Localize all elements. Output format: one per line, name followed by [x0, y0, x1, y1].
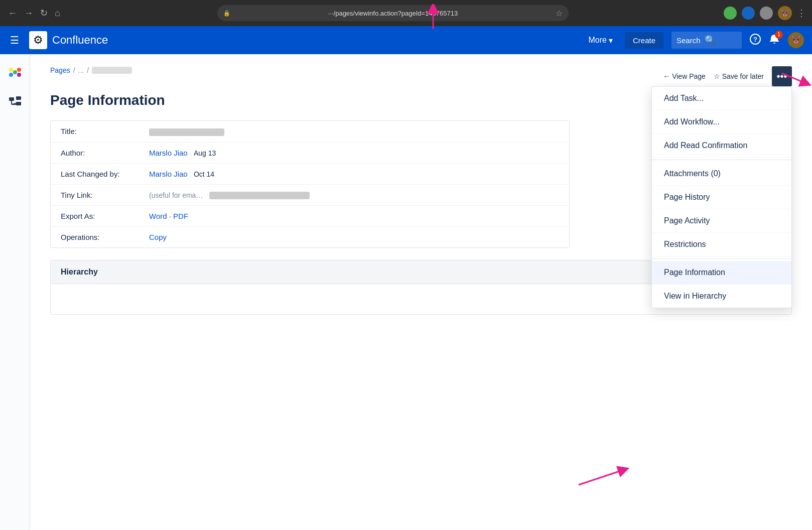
home-button[interactable]: ⌂ — [53, 6, 62, 21]
main-layout: ‖ Pages / ... / Page Information ← View … — [0, 54, 812, 530]
author-date: Aug 13 — [194, 149, 216, 157]
table-row-last-changed: Last Changed by: Marslo Jiao Oct 14 — [51, 164, 569, 185]
svg-line-15 — [579, 470, 624, 485]
export-as-label: Export As: — [61, 212, 141, 220]
dropdown-item-page-activity[interactable]: Page Activity — [652, 209, 791, 233]
svg-point-5 — [9, 73, 13, 77]
dropdown-item-attachments[interactable]: Attachments (0) — [652, 162, 791, 186]
title-label: Title: — [61, 127, 141, 136]
dropdown-item-view-in-hierarchy[interactable]: View in Hierarchy — [652, 285, 791, 308]
svg-point-3 — [13, 70, 17, 74]
dropdown-item-restrictions[interactable]: Restrictions — [652, 233, 791, 256]
forward-button[interactable]: → — [22, 6, 35, 21]
extension-icon-1 — [724, 7, 737, 20]
svg-point-4 — [9, 68, 13, 72]
author-label: Author: — [61, 149, 141, 157]
notifications-icon[interactable]: 1 — [769, 34, 780, 47]
operations-value: Copy — [149, 233, 167, 241]
svg-rect-9 — [16, 96, 21, 100]
hamburger-menu-button[interactable]: ☰ — [8, 32, 21, 48]
browser-right-controls: 🐻 ⋮ — [724, 6, 806, 20]
search-label: Search — [676, 36, 701, 45]
confluence-navbar: ☰ ⚙ Confluence More ▾ Create Search 🔍 ? … — [0, 26, 812, 54]
breadcrumb-sep-1: / — [73, 66, 75, 74]
last-changed-link[interactable]: Marslo Jiao — [149, 170, 188, 178]
table-row-export: Export As: Word · PDF — [51, 206, 569, 227]
extension-icon-3 — [760, 7, 773, 20]
svg-rect-10 — [16, 102, 21, 105]
more-nav-button[interactable]: More ▾ — [585, 33, 617, 48]
browser-chrome: ← → ↻ ⌂ 🔒 ···/pages/viewinfo.action?page… — [0, 0, 812, 26]
export-pdf-link[interactable]: PDF — [173, 212, 188, 220]
sidebar-tree-icon[interactable] — [5, 92, 25, 112]
export-word-link[interactable]: Word — [149, 212, 167, 220]
left-sidebar: ‖ — [0, 54, 30, 530]
more-actions-button[interactable]: ••• — [772, 66, 792, 86]
tiny-link-hint: (useful for ema… — [149, 191, 203, 199]
notification-badge: 1 — [775, 31, 783, 39]
browser-user-avatar[interactable]: 🐻 — [778, 6, 792, 20]
table-row-author: Author: Marslo Jiao Aug 13 — [51, 143, 569, 164]
table-row-operations: Operations: Copy — [51, 227, 569, 247]
tiny-link-label: Tiny Link: — [61, 191, 141, 199]
dropdown-menu: Add Task... Add Workflow... Add Read Con… — [651, 86, 792, 308]
confluence-logo-area[interactable]: ⚙ Confluence — [29, 31, 108, 49]
address-bar[interactable]: 🔒 ···/pages/viewinfo.action?pageId=14376… — [217, 5, 569, 21]
svg-point-6 — [17, 68, 21, 72]
browser-nav-buttons: ← → ↻ ⌂ — [6, 6, 62, 21]
create-button[interactable]: Create — [625, 32, 663, 49]
dropdown-item-add-workflow[interactable]: Add Workflow... — [652, 110, 791, 134]
lock-icon: 🔒 — [223, 10, 230, 17]
breadcrumb-sep-2: / — [87, 66, 89, 74]
last-changed-label: Last Changed by: — [61, 170, 141, 178]
more-nav-label: More — [589, 36, 607, 45]
pink-arrow-page-info — [574, 460, 634, 490]
author-value: Marslo Jiao Aug 13 — [149, 149, 216, 157]
bookmark-star-icon[interactable]: ☆ — [556, 9, 563, 18]
export-separator: · — [169, 212, 173, 220]
dropdown-item-add-task[interactable]: Add Task... — [652, 87, 791, 110]
view-page-button[interactable]: ← View Page — [663, 72, 706, 80]
nav-icons: ? 1 🐻 — [750, 32, 804, 48]
search-area[interactable]: Search 🔍 — [671, 32, 742, 49]
search-icon: 🔍 — [705, 35, 716, 46]
page-actions-bar: ← View Page ☆ Save for later ••• — [663, 66, 792, 86]
breadcrumb-ellipsis: ... — [78, 66, 84, 74]
table-row-tiny-link: Tiny Link: (useful for ema… — [51, 185, 569, 206]
author-link[interactable]: Marslo Jiao — [149, 149, 188, 157]
svg-text:?: ? — [753, 36, 757, 43]
breadcrumb-pages-link[interactable]: Pages — [50, 66, 70, 74]
confluence-title: Confluence — [52, 34, 108, 47]
address-text: ···/pages/viewinfo.action?pageId=1437657… — [234, 10, 552, 17]
user-avatar[interactable]: 🐻 — [788, 32, 804, 48]
last-changed-value: Marslo Jiao Oct 14 — [149, 170, 214, 178]
browser-menu-icon[interactable]: ⋮ — [797, 8, 806, 19]
save-for-later-button[interactable]: ☆ Save for later — [714, 72, 764, 80]
copy-operation-link[interactable]: Copy — [149, 233, 167, 241]
breadcrumb-page-name — [92, 67, 132, 74]
title-blurred — [149, 128, 224, 136]
dropdown-item-add-read-confirmation[interactable]: Add Read Confirmation — [652, 134, 791, 158]
dropdown-divider-1 — [652, 160, 791, 160]
table-row-title: Title: — [51, 121, 569, 143]
reload-button[interactable]: ↻ — [38, 6, 50, 21]
info-table: Title: Author: Marslo Jiao Aug 13 Last C… — [50, 120, 570, 248]
more-nav-chevron-icon: ▾ — [609, 36, 613, 45]
extension-icon-2 — [742, 7, 755, 20]
last-changed-date: Oct 14 — [194, 170, 214, 178]
help-icon[interactable]: ? — [750, 34, 761, 47]
title-value — [149, 127, 224, 136]
tiny-link-blurred-url — [209, 192, 310, 199]
export-as-value: Word · PDF — [149, 212, 188, 220]
content-area: Pages / ... / Page Information ← View Pa… — [30, 54, 812, 530]
sidebar-settings-icon[interactable] — [5, 62, 25, 82]
dropdown-item-page-information[interactable]: Page Information — [652, 261, 791, 285]
dropdown-item-page-history[interactable]: Page History — [652, 186, 791, 209]
confluence-logo-icon: ⚙ — [29, 31, 47, 49]
tiny-link-value: (useful for ema… — [149, 191, 310, 200]
operations-label: Operations: — [61, 233, 141, 241]
svg-point-7 — [17, 73, 21, 77]
svg-rect-8 — [9, 97, 14, 101]
back-button[interactable]: ← — [6, 6, 19, 21]
dropdown-divider-2 — [652, 258, 791, 259]
